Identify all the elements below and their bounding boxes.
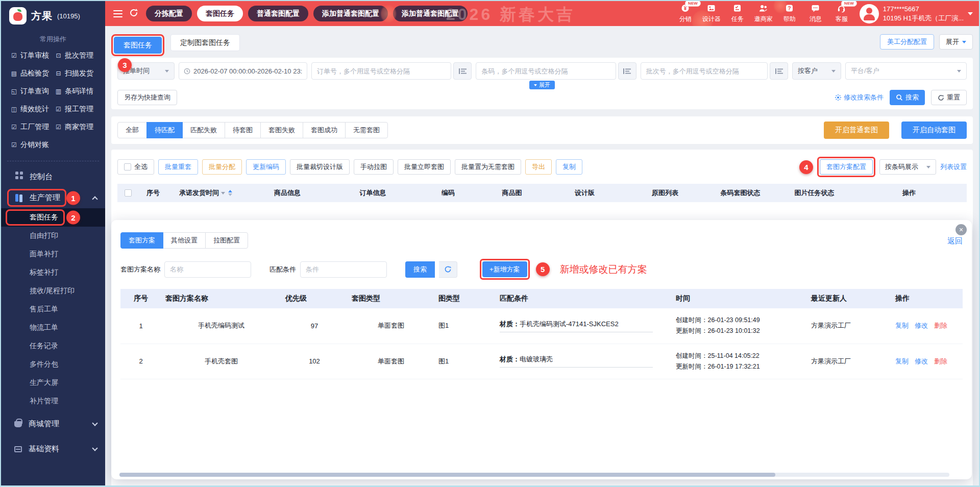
close-icon[interactable]: × bbox=[955, 224, 967, 235]
status-tab[interactable]: 匹配失败 bbox=[182, 122, 225, 138]
expand-collapse-button[interactable]: 展开 bbox=[939, 34, 973, 50]
filter-expand-tag[interactable]: 展开 bbox=[529, 81, 555, 89]
bulk-batch-assign-button[interactable]: 批量分配 bbox=[202, 159, 242, 175]
customer-mode-select[interactable]: 按客户 bbox=[792, 62, 841, 80]
sidebar-item-pickup-lastmile-print[interactable]: 揽收/尾程打印 bbox=[1, 282, 105, 300]
user-menu[interactable]: 177****5667 10195 H1手机壳（工厂演... bbox=[860, 4, 973, 23]
date-range-picker[interactable]: 2026-02-07 00:00:00-2026-02-10 23:59:59 bbox=[179, 62, 307, 80]
sort-icon[interactable] bbox=[228, 188, 232, 198]
bulk-batch-immediate-button[interactable]: 批量立即套图 bbox=[398, 159, 451, 175]
header-quick-tasks[interactable]: 任务 bbox=[728, 4, 747, 23]
header-quick-invite-merchant[interactable]: 邀商家 bbox=[754, 4, 773, 23]
barcode-input[interactable] bbox=[476, 62, 616, 80]
bulk-batch-no-need-button[interactable]: 批量置为无需套图 bbox=[455, 159, 521, 175]
header-tab-normal-image-config[interactable]: 普通套图配置 bbox=[248, 6, 308, 21]
quickop-batch-manage[interactable]: ⊡批次管理 bbox=[55, 51, 99, 60]
back-link[interactable]: 返回 bbox=[947, 236, 963, 246]
barcode-display-select[interactable]: 按条码展示 bbox=[879, 159, 936, 175]
bulk-select-all-button[interactable]: 全选 bbox=[117, 159, 154, 175]
plan-action-link[interactable]: 修改 bbox=[915, 357, 928, 366]
quickop-factory-manage[interactable]: ☑工厂管理 bbox=[10, 123, 55, 132]
plan-action-link[interactable]: 复制 bbox=[895, 357, 909, 366]
header-quick-designer[interactable]: 设计器 bbox=[702, 4, 721, 23]
sidebar-item-production-screen[interactable]: 生产大屏 bbox=[1, 374, 105, 392]
bulk-batch-crop-design-button[interactable]: 批量裁切设计版 bbox=[290, 159, 350, 175]
select-all-checkbox[interactable] bbox=[125, 189, 132, 197]
sidebar-item-free-print[interactable]: 自由打印 bbox=[1, 227, 105, 245]
barcode-batch-filter-icon[interactable] bbox=[618, 62, 636, 80]
search-button[interactable]: 搜索 bbox=[890, 90, 925, 105]
quickop-order-audit[interactable]: ☑订单审核 bbox=[10, 51, 55, 60]
plan-action-link[interactable]: 修改 bbox=[915, 321, 928, 330]
match-condition-input[interactable] bbox=[300, 261, 387, 278]
bulk-copy-button[interactable]: 复制 bbox=[556, 159, 582, 175]
plan-name-input[interactable] bbox=[164, 261, 251, 278]
bulk-batch-retry-button[interactable]: 批量重套 bbox=[158, 159, 198, 175]
quickop-work-report[interactable]: ☑报工管理 bbox=[55, 105, 99, 114]
sidebar-item-aftersale-ticket[interactable]: 售后工单 bbox=[1, 300, 105, 319]
artist-assign-config-button[interactable]: 美工分配配置 bbox=[880, 34, 934, 50]
batch-no-input[interactable] bbox=[641, 62, 768, 80]
list-settings-link[interactable]: 列表设置 bbox=[940, 162, 967, 172]
reset-button[interactable]: 重置 bbox=[931, 90, 967, 105]
plan-action-delete[interactable]: 删除 bbox=[934, 321, 947, 330]
quickop-scan-ship[interactable]: ⊟扫描发货 bbox=[55, 69, 99, 78]
sidebar-item-waybill-reprint[interactable]: 面单补打 bbox=[1, 245, 105, 263]
bulk-update-code-button[interactable]: 更新编码 bbox=[246, 159, 286, 175]
sidebar-item-image-task[interactable]: 套图任务2 bbox=[1, 208, 105, 227]
sidebar-item-task-record[interactable]: 任务记录 bbox=[1, 337, 105, 355]
open-normal-imageset-button[interactable]: 开启普通套图 bbox=[824, 121, 889, 139]
horizontal-scrollbar[interactable] bbox=[119, 473, 949, 477]
quickop-performance-stats[interactable]: ◫绩效统计 bbox=[10, 105, 55, 114]
tab-image-task[interactable]: 套图任务 bbox=[114, 37, 162, 54]
order-no-input[interactable] bbox=[311, 62, 451, 80]
status-tab[interactable]: 待套图 bbox=[225, 122, 261, 138]
plan-action-link[interactable]: 复制 bbox=[895, 321, 909, 330]
header-quick-messages[interactable]: 消息 bbox=[806, 4, 825, 23]
header-tab-sorting-config[interactable]: 分拣配置 bbox=[146, 6, 192, 21]
header-tab-add-normal-image-config-2[interactable]: 添加普通套图配置 bbox=[393, 6, 468, 21]
sidebar-item-label-reprint[interactable]: 标签补打 bbox=[1, 263, 105, 282]
header-quick-support[interactable]: 客服NEW bbox=[832, 4, 851, 23]
plan-search-button[interactable]: 搜索 bbox=[405, 261, 435, 278]
modify-search-conditions-link[interactable]: 修改搜索条件 bbox=[835, 93, 884, 102]
save-quick-query-button[interactable]: 另存为快捷查询 bbox=[117, 90, 177, 105]
collapse-menu-icon[interactable] bbox=[112, 9, 124, 19]
sidebar-item-logistics-ticket[interactable]: 物流工单 bbox=[1, 319, 105, 337]
status-tab[interactable]: 全部 bbox=[117, 122, 147, 138]
plan-action-delete[interactable]: 删除 bbox=[934, 357, 947, 366]
quickop-barcode-detail[interactable]: ▥条码详情 bbox=[55, 87, 99, 96]
sidebar-item-patch-manage[interactable]: 补片管理 bbox=[1, 392, 105, 410]
sidebar-item-console[interactable]: 控制台 bbox=[1, 166, 105, 187]
quickop-merchant-manage[interactable]: ☑商家管理 bbox=[55, 123, 99, 132]
order-no-batch-filter-icon[interactable] bbox=[453, 62, 472, 80]
quickop-quality-check[interactable]: ▤品检验货 bbox=[10, 69, 55, 78]
sidebar-item-multi-package[interactable]: 多件分包 bbox=[1, 355, 105, 374]
open-auto-imageset-button[interactable]: 开启自动套图 bbox=[901, 121, 967, 139]
sidebar-item-basic-data[interactable]: 基础资料 bbox=[1, 439, 105, 459]
panel-tab[interactable]: 其他设置 bbox=[163, 232, 206, 249]
tab-custom-image-task[interactable]: 定制图套图任务 bbox=[170, 34, 240, 51]
refresh-page-icon[interactable] bbox=[129, 8, 139, 19]
quickop-order-query[interactable]: ◱订单查询 bbox=[10, 87, 55, 96]
panel-tab[interactable]: 套图方案 bbox=[120, 232, 163, 249]
imageset-plan-config-button[interactable]: 套图方案配置 bbox=[820, 159, 873, 175]
status-tab[interactable]: 无需套图 bbox=[345, 122, 388, 138]
add-plan-button[interactable]: +新增方案 bbox=[482, 261, 527, 277]
sidebar-item-mall[interactable]: 商城管理 bbox=[1, 413, 105, 434]
checkbox[interactable] bbox=[124, 163, 131, 171]
platform-customer-select[interactable]: 平台/客户 bbox=[845, 62, 967, 80]
scrollbar-thumb[interactable] bbox=[119, 473, 775, 477]
bulk-manual-pull-button[interactable]: 手动拉图 bbox=[354, 159, 394, 175]
plan-refresh-button[interactable] bbox=[439, 261, 457, 278]
header-tab-add-normal-image-config[interactable]: 添加普通套图配置 bbox=[313, 6, 388, 21]
header-tab-image-task[interactable]: 套图任务 bbox=[197, 6, 243, 21]
header-quick-distribution[interactable]: ¥分销NEW bbox=[676, 4, 695, 23]
batch-no-batch-filter-icon[interactable] bbox=[770, 62, 788, 80]
sidebar-item-production[interactable]: 生产管理 1 bbox=[1, 187, 105, 208]
panel-tab[interactable]: 拉图配置 bbox=[205, 232, 248, 249]
status-tab[interactable]: 套图失败 bbox=[260, 122, 303, 138]
header-quick-help[interactable]: ?帮助 bbox=[780, 4, 799, 23]
status-tab[interactable]: 套图成功 bbox=[303, 122, 346, 138]
status-tab[interactable]: 待匹配 bbox=[146, 122, 183, 138]
